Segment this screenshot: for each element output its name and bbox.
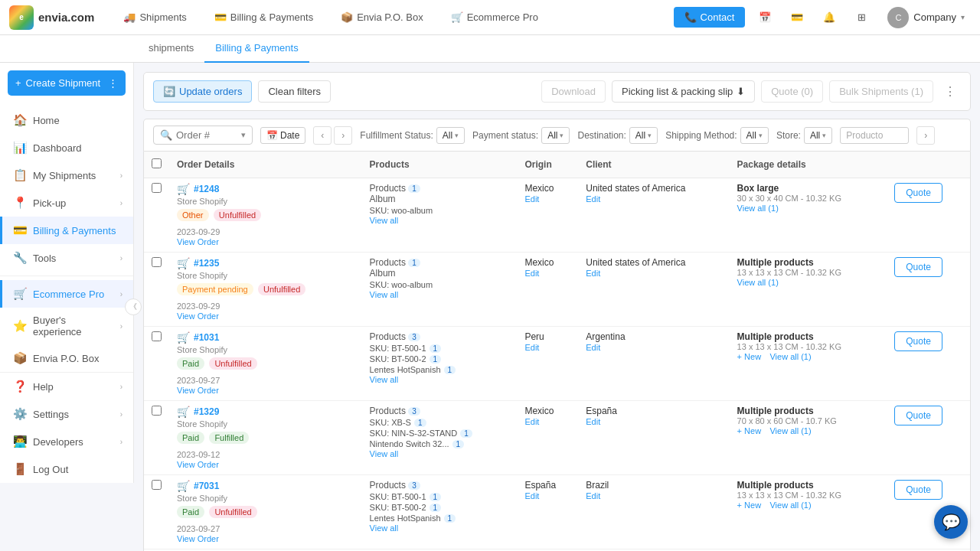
more-options-button[interactable]: ⋮ [939, 83, 961, 100]
select-all-checkbox[interactable] [152, 158, 162, 168]
clean-filters-button[interactable]: Clean filters [258, 80, 331, 103]
sidebar-item-tools[interactable]: 🔧 Tools › [0, 244, 133, 272]
order-id-link[interactable]: #7031 [194, 481, 219, 491]
view-all-packages-link[interactable]: View all (1) [769, 426, 811, 435]
calendar-icon-btn[interactable]: 📅 [753, 5, 777, 30]
breadcrumb-tab-shipments[interactable]: shipments [138, 35, 204, 63]
filter-next-button[interactable]: › [916, 126, 935, 145]
order-id-link[interactable]: #1329 [194, 406, 219, 417]
edit-client-link[interactable]: Edit [586, 343, 600, 352]
bulk-shipments-button[interactable]: Bulk Shipments (1) [829, 80, 933, 103]
view-all-packages-link[interactable]: View all (1) [737, 278, 779, 287]
date-filter[interactable]: 📅 Date [260, 127, 305, 144]
sidebar-item-pickup[interactable]: 📍 Pick-up › [0, 189, 133, 217]
row-checkbox[interactable] [152, 406, 162, 416]
fulfillment-badge: Unfulfilled [258, 283, 305, 295]
nav-billing[interactable]: 💳 Billing & Payments [208, 8, 319, 26]
edit-client-link[interactable]: Edit [586, 194, 600, 204]
view-all-packages-link[interactable]: View all (1) [737, 204, 779, 213]
breadcrumb-tab-billing[interactable]: Billing & Payments [204, 35, 309, 63]
sidebar-item-dashboard[interactable]: 📊 Dashboard [0, 134, 133, 161]
quote-button[interactable]: Quote (0) [761, 80, 823, 103]
quote-button[interactable]: Quote [894, 183, 942, 203]
card-icon-btn[interactable]: 💳 [785, 5, 809, 30]
row-checkbox[interactable] [152, 183, 162, 193]
chevron-down-icon: ▾ [560, 132, 564, 139]
edit-client-link[interactable]: Edit [586, 491, 600, 500]
edit-client-link[interactable]: Edit [586, 417, 600, 426]
quote-button[interactable]: Quote [894, 331, 942, 351]
row-checkbox[interactable] [152, 331, 162, 341]
grid-icon-btn[interactable]: ⊞ [849, 5, 874, 30]
view-order-link[interactable]: View Order [177, 386, 219, 395]
prev-page-button[interactable]: ‹ [313, 126, 332, 145]
row-checkbox[interactable] [152, 480, 162, 490]
sidebar-item-settings[interactable]: ⚙️ Settings › [0, 400, 133, 428]
contact-button[interactable]: 📞 Contact [674, 7, 746, 28]
edit-origin-link[interactable]: Edit [524, 417, 539, 426]
bell-icon-btn[interactable]: 🔔 [817, 5, 841, 30]
quote-button[interactable]: Quote [894, 406, 942, 425]
new-package-link[interactable]: + New [737, 426, 762, 435]
quote-button[interactable]: Quote [894, 480, 942, 500]
edit-client-link[interactable]: Edit [586, 269, 600, 278]
filter-dropdown-icon[interactable]: ▾ [241, 130, 246, 140]
new-package-link[interactable]: + New [737, 352, 762, 361]
destination-filter[interactable]: All ▾ [629, 127, 658, 144]
view-order-link[interactable]: View Order [177, 534, 219, 543]
sidebar-item-developers[interactable]: 👨‍💻 Developers › [0, 428, 133, 455]
payment-filter[interactable]: All ▾ [541, 127, 570, 144]
nav-pobox[interactable]: 📦 Envia P.O. Box [335, 8, 429, 26]
order-id-link[interactable]: #1248 [194, 184, 219, 194]
company-menu[interactable]: C Company ▾ [881, 4, 971, 31]
search-input[interactable] [176, 129, 237, 141]
order-date: 2023-09-29 [177, 221, 354, 236]
sidebar-item-envia-pobox[interactable]: 📦 Envia P.O. Box [0, 344, 133, 372]
sidebar-item-logout[interactable]: 🚪 Log Out [0, 455, 133, 483]
sidebar-item-home[interactable]: 🏠 Home [0, 106, 133, 134]
pobox-nav-icon: 📦 [341, 11, 353, 23]
sidebar-item-help[interactable]: ❓ Help › [0, 373, 133, 400]
logo[interactable]: e envia.com [9, 5, 94, 30]
fulfillment-filter-group: Fulfillment Status: All ▾ [360, 127, 465, 144]
download-button[interactable]: Download [541, 80, 606, 103]
view-all-products-link[interactable]: View all [370, 449, 399, 458]
sidebar-item-my-shipments[interactable]: 📋 My Shipments › [0, 161, 133, 189]
nav-ecommerce[interactable]: 🛒 Ecommerce Pro [445, 8, 544, 26]
new-package-link[interactable]: + New [737, 500, 762, 510]
fulfillment-filter[interactable]: All ▾ [436, 127, 465, 144]
nav-shipments[interactable]: 🚚 Shipments [117, 8, 192, 26]
view-all-products-link[interactable]: View all [370, 290, 399, 299]
view-all-products-link[interactable]: View all [370, 523, 399, 533]
sidebar-item-buyers-experience[interactable]: ⭐ Buyer's experience › [0, 308, 133, 344]
search-box[interactable]: 🔍 ▾ [153, 126, 253, 145]
collapse-sidebar-button[interactable]: 《 [125, 298, 142, 315]
col-client: Client [578, 152, 729, 178]
edit-origin-link[interactable]: Edit [524, 491, 539, 500]
store-filter[interactable]: All ▾ [804, 127, 832, 144]
view-all-products-link[interactable]: View all [370, 375, 399, 384]
view-order-link[interactable]: View Order [177, 237, 219, 246]
product-search[interactable]: Producto [840, 127, 909, 144]
sidebar-item-billing[interactable]: 💳 Billing & Payments [0, 217, 133, 244]
sidebar-item-ecommerce-pro[interactable]: 🛒 Ecommerce Pro › [0, 280, 133, 308]
picking-list-button[interactable]: Picking list & packing slip ⬇ [612, 80, 755, 103]
view-all-packages-link[interactable]: View all (1) [769, 352, 811, 361]
sku-item: SKU: BT-500-11 [370, 492, 510, 501]
order-id-link[interactable]: #1031 [194, 332, 219, 343]
row-checkbox[interactable] [152, 257, 162, 267]
next-page-button[interactable]: › [334, 126, 352, 145]
order-id-link[interactable]: #1235 [194, 258, 219, 269]
quote-button[interactable]: Quote [894, 257, 942, 277]
update-orders-button[interactable]: 🔄 Update orders [153, 80, 252, 103]
shipping-filter[interactable]: All ▾ [740, 127, 769, 144]
view-all-packages-link[interactable]: View all (1) [769, 500, 811, 510]
edit-origin-link[interactable]: Edit [524, 269, 539, 278]
view-all-products-link[interactable]: View all [370, 216, 399, 225]
edit-origin-link[interactable]: Edit [524, 343, 539, 352]
create-shipment-button[interactable]: + Create Shipment ⋮ [8, 70, 126, 96]
view-order-link[interactable]: View Order [177, 460, 219, 469]
chat-bubble-button[interactable]: 💬 [934, 505, 968, 539]
view-order-link[interactable]: View Order [177, 311, 219, 321]
edit-origin-link[interactable]: Edit [524, 194, 539, 204]
